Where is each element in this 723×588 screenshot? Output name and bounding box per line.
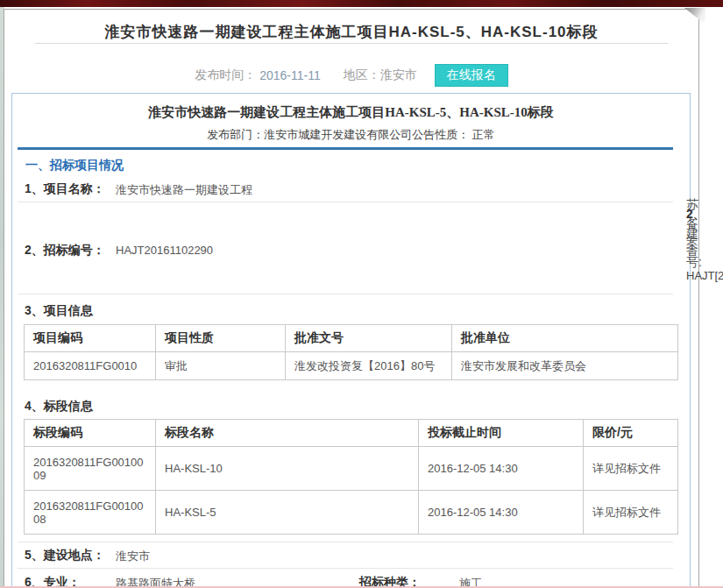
table-row: 2016320811FG0010009 HA-KSL-10 2016-12-05… <box>25 447 678 491</box>
nature-label: 公告性质： <box>412 128 469 141</box>
page: 淮安市快速路一期建设工程主体施工项目HA-KSL-5、HA-KSL-10标段 发… <box>0 0 723 588</box>
column-header: 批准单位 <box>452 325 678 352</box>
project-info-heading: 3、项目信息 <box>25 303 93 319</box>
deadline-cell: 2016-12-05 14:30 <box>419 491 584 535</box>
dept-value: 淮安市城建开发建设有限公司 <box>264 128 412 141</box>
table-header-row: 标段编码 标段名称 投标截止时间 限价/元 <box>25 420 678 447</box>
column-header: 投标截止时间 <box>419 420 584 447</box>
notice-title-prefix: 淮安市快速路一期建设工程主体施工项目 <box>148 104 385 119</box>
page-title: 淮安市快速路一期建设工程主体施工项目HA-KSL-5、HA-KSL-10标段 <box>4 22 698 42</box>
approval-doc-cell: 淮发改投资复【2016】80号 <box>286 352 452 380</box>
notice-box: 淮安市快速路一期建设工程主体施工项目HA-KSL-5、HA-KSL-10标段 发… <box>11 93 691 588</box>
divider <box>18 294 673 294</box>
side-overflow-text: 苏 2、 备 建 案 查 号: HAJT[2 <box>686 200 723 282</box>
region-value: 淮安市 <box>380 67 417 83</box>
price-limit-cell: 详见招标文件 <box>584 447 678 491</box>
bid-section-table: 标段编码 标段名称 投标截止时间 限价/元 2016320811FG001000… <box>24 419 678 535</box>
section-info-heading: 4、标段信息 <box>25 399 93 414</box>
approval-unit-cell: 淮安市发展和改革委员会 <box>452 352 678 380</box>
meta-row: 发布时间： 2016-11-11 地区： 淮安市 在线报名 <box>4 65 698 86</box>
dept-label: 发布部门： <box>207 128 264 141</box>
overflow-code: HAJT[2 <box>686 270 723 282</box>
divider <box>18 568 673 569</box>
publish-date: 2016-11-11 <box>259 68 321 82</box>
section-name-cell: HA-KSL-5 <box>156 491 419 535</box>
location-label: 5、建设地点： <box>25 548 105 563</box>
title-underline <box>35 43 668 44</box>
project-nature-cell: 审批 <box>156 352 286 380</box>
region-label: 地区： <box>344 67 380 83</box>
section-code-cell: 2016320811FG0010009 <box>25 447 156 491</box>
tender-number-label: 2、招标编号： <box>25 243 105 259</box>
section-rule <box>18 147 673 150</box>
overflow-char: 号: <box>686 258 723 267</box>
top-banner <box>0 0 723 7</box>
project-code-cell: 2016320811FG0010 <box>25 352 156 380</box>
content-panel: 淮安市快速路一期建设工程主体施工项目HA-KSL-5、HA-KSL-10标段 发… <box>4 9 699 588</box>
section-name-cell: HA-KSL-10 <box>156 447 419 491</box>
project-name-label: 1、项目名称： <box>25 181 105 197</box>
section-code-cell: 2016320811FG0010008 <box>25 491 156 535</box>
table-header-row: 项目编码 项目性质 批准文号 批准单位 <box>25 325 678 352</box>
location-value: 淮安市 <box>116 549 150 564</box>
section1-heading: 一、招标项目情况 <box>25 158 124 174</box>
notice-title-code: HA-KSL-5、HA-KSL-10 <box>385 105 528 119</box>
divider <box>18 202 673 202</box>
dept-line: 发布部门：淮安市城建开发建设有限公司公告性质： 正常 <box>12 127 690 143</box>
nature-value: 正常 <box>472 128 495 141</box>
tender-number-value: HAJT20161102290 <box>116 244 213 257</box>
divider <box>18 542 673 542</box>
column-header: 批准文号 <box>286 325 452 352</box>
column-header: 标段名称 <box>156 420 419 447</box>
deadline-cell: 2016-12-05 14:30 <box>419 447 584 491</box>
project-info-table: 项目编码 项目性质 批准文号 批准单位 2016320811FG0010 审批 … <box>24 324 678 380</box>
column-header: 项目编码 <box>25 325 156 352</box>
column-header: 项目性质 <box>156 325 286 352</box>
notice-title: 淮安市快速路一期建设工程主体施工项目HA-KSL-5、HA-KSL-10标段 <box>12 104 690 121</box>
publish-time-label: 发布时间： <box>195 67 256 83</box>
column-header: 标段编码 <box>25 420 156 447</box>
project-name-value: 淮安市快速路一期建设工程 <box>116 182 252 198</box>
table-row: 2016320811FG0010008 HA-KSL-5 2016-12-05 … <box>25 491 678 535</box>
notice-title-suffix: 标段 <box>528 105 554 119</box>
table-row: 2016320811FG0010 审批 淮发改投资复【2016】80号 淮安市发… <box>25 352 678 380</box>
online-signup-button[interactable]: 在线报名 <box>435 64 508 87</box>
column-header: 限价/元 <box>584 420 678 447</box>
price-limit-cell: 详见招标文件 <box>584 491 678 535</box>
